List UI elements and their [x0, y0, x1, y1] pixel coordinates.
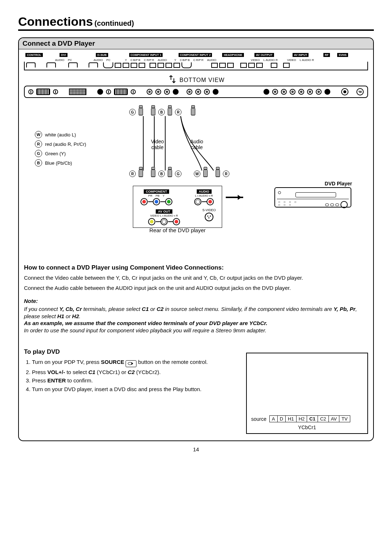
- label-avin: AV INPUT: [293, 53, 309, 57]
- label-headphone: HEADPHONE: [222, 53, 244, 57]
- label-dvi: DVI: [60, 53, 67, 57]
- color-legend: Wwhite (audio L) Rred (audio R, Pr/Cr) G…: [35, 129, 86, 169]
- page-title: Connections: [18, 15, 93, 28]
- s-video-jack-icon: [205, 213, 213, 221]
- plug-g: G: [129, 109, 136, 115]
- osd-sub-label: YCbCr1: [247, 424, 367, 430]
- audio-cable-label: Audio cable: [190, 139, 203, 150]
- label-svhs: SVHS: [337, 53, 348, 57]
- card-title: Connect a DVD Player: [19, 38, 373, 49]
- play-heading: To play DVD: [24, 348, 237, 356]
- connector-labels-row: CONTROL DVI AUDIOPC D-SUB AUDIOPC COMPON…: [24, 53, 368, 62]
- label-avout: AV OUTPUT: [254, 53, 274, 57]
- label-dsub: D-SUB: [96, 53, 108, 57]
- note-heading: Note:: [24, 298, 368, 304]
- osd-selected: C1: [307, 416, 318, 422]
- page-subtitle: (continued): [94, 19, 134, 27]
- page-header: Connections (continued): [18, 15, 374, 31]
- dvd-rear-panel: COMPONENT PR PB Y AUDIO L • AUDIO • R: [133, 186, 222, 228]
- plug-r: R: [175, 109, 181, 115]
- arrow-right-icon: [226, 197, 243, 198]
- rear-caption: Rear of the DVD player: [133, 227, 222, 233]
- dvd-player-icon: ○ ○ ○ ○○ ○ ○: [274, 187, 351, 208]
- rear-panel-bar: [24, 86, 368, 98]
- cable-curves-icon: [24, 105, 368, 258]
- source-button-icon: [126, 360, 136, 367]
- dvd-player-label: DVD Player: [325, 181, 352, 186]
- howto-heading: How to connect a DVD Player using Compon…: [24, 264, 368, 271]
- osd-source-label: source: [251, 416, 266, 422]
- video-cable-label: Video cable: [151, 139, 164, 150]
- rf-jack-icon: [341, 88, 348, 95]
- s-video-label: S-VIDEO: [199, 208, 220, 212]
- howto-p2: Connect the Audio cable between the AUDI…: [24, 284, 368, 292]
- page-number: 14: [18, 446, 374, 452]
- label-rf: RF: [323, 53, 330, 57]
- plug-b: B: [158, 109, 165, 115]
- label-control: CONTROL: [25, 53, 43, 57]
- label-comp1: COMPONENT INPUT 1: [129, 53, 163, 57]
- up-down-arrow-icon: [167, 75, 177, 83]
- connect-card: Connect a DVD Player CONTROL DVI AUDIOPC…: [18, 37, 374, 441]
- bottom-view-label: BOTTOM VIEW: [24, 75, 368, 83]
- osd-screen: source A D H1 H2 C1 C2 AV TV: [246, 353, 368, 434]
- connector-strip: [24, 62, 368, 70]
- label-comp2: COMPONENT INPUT 2: [179, 53, 212, 57]
- note-body: If you connect Y, Cb, Cr terminals, plea…: [24, 305, 368, 334]
- play-steps: Turn on your PDP TV, press SOURCE button…: [24, 358, 237, 393]
- svhs-jack-icon: [356, 88, 364, 95]
- wiring-diagram: G B R R B G: [24, 105, 368, 258]
- osd-source-options: A D H1 H2 C1 C2 AV TV: [269, 415, 350, 422]
- howto-p1: Connect the Video cable between the Y, C…: [24, 274, 368, 282]
